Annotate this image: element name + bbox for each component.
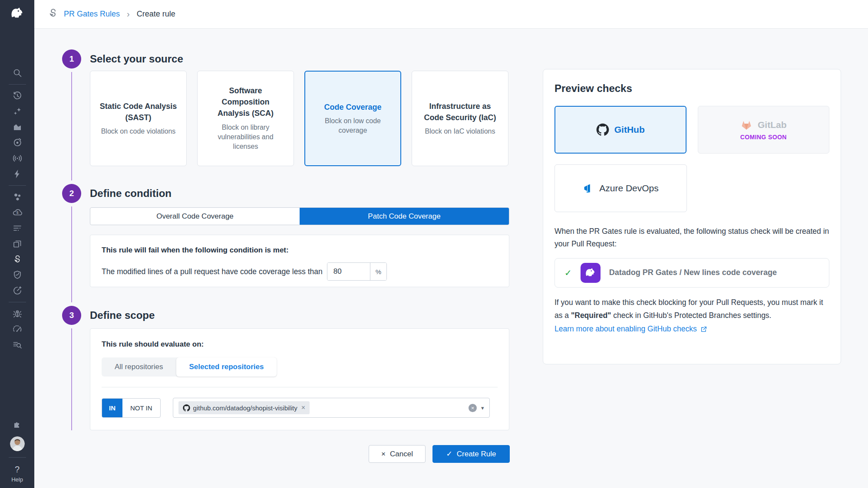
check-icon: ✓ — [564, 268, 572, 278]
github-icon — [183, 404, 190, 412]
scope-divider — [102, 387, 498, 387]
logs-icon[interactable] — [12, 223, 23, 234]
card-desc: Block on code violations — [101, 127, 176, 136]
step-3-badge: 3 — [62, 306, 81, 325]
in-option[interactable]: IN — [102, 399, 122, 417]
step-1-title: Select your source — [90, 53, 183, 65]
bolt-icon[interactable] — [12, 168, 23, 180]
learn-more-label: Learn more about enabling GitHub checks — [554, 324, 697, 334]
status-check-label: Datadog PR Gates / New lines code covera… — [609, 268, 777, 277]
condition-heading: This rule will fail when the following c… — [102, 246, 498, 255]
sparkles-icon[interactable] — [12, 106, 23, 117]
card-desc: Block on library vulnerabilities and lic… — [206, 123, 285, 152]
close-icon: × — [381, 450, 386, 459]
percent-unit: % — [370, 263, 386, 280]
puzzle-icon[interactable] — [12, 419, 23, 430]
coverage-threshold-input[interactable] — [327, 263, 370, 280]
azure-devops-label: Azure DevOps — [599, 183, 659, 193]
blocking-info-text: If you want to make this check blocking … — [554, 296, 829, 322]
svg-text:$: $ — [16, 210, 18, 215]
chip-remove-icon[interactable]: × — [301, 404, 305, 412]
clear-selection-icon[interactable]: × — [469, 404, 477, 412]
azure-devops-provider-card[interactable]: Azure DevOps — [554, 164, 687, 212]
sidebar-divider — [9, 302, 26, 302]
help-question-glyph: ? — [15, 465, 20, 475]
overall-code-coverage-option[interactable]: Overall Code Coverage — [90, 208, 300, 225]
preview-intro-text: When the PR Gates rule is evaluated, the… — [554, 225, 829, 250]
github-checks-learn-more-link[interactable]: Learn more about enabling GitHub checks — [554, 324, 829, 334]
blocking-text-after: check in GitHub's Protected Branches set… — [611, 311, 771, 320]
github-icon — [596, 123, 609, 136]
external-link-icon — [700, 326, 707, 333]
pr-gates-icon[interactable] — [12, 254, 23, 265]
datadog-app-icon — [581, 263, 601, 283]
not-in-option[interactable]: NOT IN — [122, 399, 160, 417]
github-label: GitHub — [614, 124, 645, 135]
preview-checks-title: Preview checks — [554, 82, 829, 95]
datadog-logo[interactable] — [7, 3, 27, 23]
step-1-badge: 1 — [62, 49, 81, 69]
sidebar: $ ? Help — [0, 0, 34, 488]
check-icon: ✓ — [446, 449, 452, 459]
preview-checks-panel: Preview checks GitHub GitLab COMING SOON — [543, 69, 841, 364]
help-button[interactable]: ? Help — [11, 465, 23, 483]
repository-chip-label: github.com/datadog/shopist-visibility — [193, 404, 297, 412]
main-content: 1 Select your source Static Code Analysi… — [34, 29, 868, 488]
all-repositories-segment[interactable]: All repositories — [102, 357, 176, 377]
card-title: Software Composition Analysis (SCA) — [206, 85, 285, 119]
step-connector — [71, 206, 72, 302]
repository-scope-segmented: All repositories Selected repositories — [102, 357, 277, 377]
source-card-iac[interactable]: Infrastructure as Code Security (IaC) Bl… — [412, 71, 508, 166]
cancel-button[interactable]: × Cancel — [369, 445, 426, 463]
radar-icon[interactable] — [12, 153, 23, 164]
create-rule-button[interactable]: ✓ Create Rule — [432, 445, 510, 463]
card-title: Static Code Analysis (SAST) — [99, 101, 178, 123]
azure-devops-icon — [583, 183, 594, 194]
gitlab-label: GitLab — [758, 120, 787, 130]
search-icon[interactable] — [12, 67, 23, 79]
step-2-badge: 2 — [62, 184, 81, 203]
sidebar-divider — [9, 185, 26, 186]
form-actions: × Cancel ✓ Create Rule — [369, 445, 510, 463]
card-title: Infrastructure as Code Security (IaC) — [421, 101, 499, 123]
source-card-sca[interactable]: Software Composition Analysis (SCA) Bloc… — [197, 71, 294, 166]
bug-icon[interactable] — [12, 308, 23, 319]
scope-box: This rule should evaluate on: All reposi… — [90, 328, 509, 430]
hexagons-icon[interactable] — [12, 191, 23, 203]
breadcrumb-pr-gates-rules-link[interactable]: PR Gates Rules — [64, 10, 120, 19]
gauge-icon[interactable] — [12, 285, 23, 296]
gitlab-icon — [740, 119, 752, 131]
sidebar-divider — [9, 457, 26, 458]
card-desc: Block on IaC violations — [425, 127, 495, 136]
top-header: PR Gates Rules › Create rule — [34, 0, 868, 29]
source-card-code-coverage[interactable]: Code Coverage Block on low code coverage — [304, 71, 401, 166]
condition-sentence: The modified lines of a pull request hav… — [102, 267, 323, 276]
target-icon[interactable] — [12, 137, 23, 148]
cloud-cost-icon[interactable]: $ — [12, 207, 23, 218]
status-check-card: ✓ Datadog PR Gates / New lines code cove… — [554, 258, 829, 288]
step-3-title: Define scope — [90, 309, 155, 321]
shield-icon[interactable] — [12, 269, 23, 281]
selected-repositories-segment[interactable]: Selected repositories — [176, 357, 277, 377]
history-icon[interactable] — [12, 90, 23, 102]
source-card-sast[interactable]: Static Code Analysis (SAST) Block on cod… — [90, 71, 187, 166]
github-provider-card[interactable]: GitHub — [554, 106, 686, 154]
chevron-down-icon[interactable]: ▾ — [481, 405, 484, 411]
repository-select[interactable]: github.com/datadog/shopist-visibility × … — [173, 398, 490, 418]
search-list-icon[interactable] — [12, 339, 23, 350]
repository-chip: github.com/datadog/shopist-visibility × — [178, 401, 310, 414]
speedometer-icon[interactable] — [12, 324, 23, 335]
windows-icon[interactable] — [12, 238, 23, 249]
cancel-label: Cancel — [390, 450, 413, 459]
patch-code-coverage-option[interactable]: Patch Code Coverage — [300, 208, 509, 225]
in-notin-toggle: IN NOT IN — [102, 398, 161, 418]
source-cards: Static Code Analysis (SAST) Block on cod… — [90, 71, 508, 166]
blocking-required-bold: "Required" — [571, 311, 611, 320]
gitlab-provider-card: GitLab COMING SOON — [698, 106, 830, 154]
pr-gates-breadcrumb-icon — [47, 8, 59, 21]
breadcrumb-current: Create rule — [137, 10, 175, 19]
step-connector — [71, 328, 72, 430]
avatar[interactable] — [10, 436, 25, 451]
chart-icon[interactable] — [12, 121, 23, 133]
card-desc: Block on low code coverage — [314, 116, 392, 136]
